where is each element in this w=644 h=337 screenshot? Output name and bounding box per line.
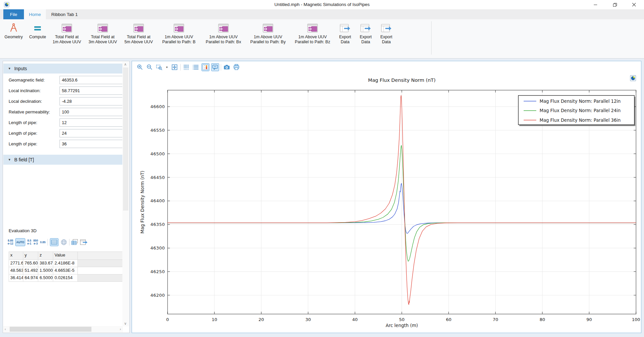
tab-file[interactable]: File bbox=[3, 9, 24, 19]
evaluation-3d-label: Evaluation 3D bbox=[9, 228, 37, 233]
field-row: Local inclination: bbox=[3, 85, 123, 96]
scroll-left-icon: ‹ bbox=[5, 327, 6, 331]
y-tick-label: 46550 bbox=[150, 128, 165, 133]
export-table-button[interactable] bbox=[80, 239, 88, 245]
eval-table-cell[interactable]: 51.492 bbox=[23, 267, 38, 274]
collapse-caret-icon: ▼ bbox=[8, 67, 11, 70]
precision-8.85e-12-button[interactable]: 8.85e-12 bbox=[8, 239, 13, 245]
export-data-icon bbox=[381, 22, 392, 34]
tab-home[interactable]: Home bbox=[24, 9, 46, 19]
precision-0.85-button[interactable]: 0.85 bbox=[40, 241, 46, 244]
horizontal-scrollbar[interactable]: ‹ › bbox=[3, 326, 123, 332]
eval-table-header-cell: y bbox=[23, 252, 38, 260]
ribbon: Geometry Compute Total Field at 1m Above… bbox=[0, 19, 644, 59]
geomagnetic-field-input[interactable] bbox=[60, 76, 125, 84]
collapse-caret-icon: ▼ bbox=[8, 158, 11, 161]
field-row: Length of pipe: bbox=[3, 128, 123, 138]
eval-table-cell[interactable]: 48.563 bbox=[9, 267, 23, 274]
copy-table-button[interactable] bbox=[71, 239, 78, 245]
table-view-button[interactable] bbox=[50, 238, 59, 246]
table-row[interactable]: 2771.6765.60383.672.4186E-8 bbox=[9, 260, 124, 267]
x-axis-label: Arc length (m) bbox=[386, 323, 418, 328]
ribbon-button-compute[interactable]: Compute bbox=[28, 21, 47, 40]
maximize-button[interactable] bbox=[609, 1, 620, 9]
field-row: Length of pipe: bbox=[3, 138, 123, 149]
local-inclination-input[interactable] bbox=[60, 86, 125, 95]
eval-table-header-cell: x bbox=[9, 252, 23, 260]
eval-table-cell[interactable]: 765.60 bbox=[23, 260, 38, 267]
sphere-view-button[interactable] bbox=[61, 239, 67, 246]
ribbon-button-export-data-2[interactable]: Export Data bbox=[357, 21, 374, 45]
eval-table-header-cell: z bbox=[38, 252, 53, 260]
bfield-section-title: B field [T] bbox=[14, 157, 34, 162]
precision-8.5e-1-button[interactable]: 8.5e-1 bbox=[27, 239, 31, 245]
y-axis-label: Mag Flux Density Norm (nT) bbox=[140, 171, 145, 234]
eval-table-cell[interactable]: 2.4186E-8 bbox=[53, 260, 78, 267]
export-table-icon bbox=[80, 239, 88, 245]
precision-850e-3-button[interactable]: 850e-3 bbox=[33, 239, 38, 245]
sphere-icon bbox=[61, 239, 67, 246]
field-row: Geomagnetic field: bbox=[3, 75, 123, 85]
y-tick-label: 46400 bbox=[150, 198, 165, 203]
close-icon bbox=[632, 3, 636, 7]
bfield-section-header[interactable]: ▼ B field [T] bbox=[3, 155, 123, 165]
ribbon-button-geometry[interactable]: Geometry bbox=[3, 21, 25, 40]
eval-table-cell[interactable]: 383.67 bbox=[38, 260, 53, 267]
eval-table-cell[interactable]: 6.5000 bbox=[38, 274, 53, 282]
restore-icon bbox=[613, 3, 617, 7]
x-tick-label: 70 bbox=[493, 317, 498, 322]
table-row[interactable]: 36.41464.9746.50000.026154 bbox=[9, 274, 124, 282]
eval-table-cell[interactable]: 1.5000 bbox=[38, 267, 53, 274]
x-tick-label: 80 bbox=[540, 317, 545, 322]
eval-table-cell[interactable]: 4.6653E-5 bbox=[53, 267, 78, 274]
ribbon-button-total-field-1m[interactable]: Total Field at 1m Above UUV bbox=[51, 21, 83, 45]
compute-equals-icon bbox=[32, 22, 43, 34]
horizontal-scroll-thumb[interactable] bbox=[10, 327, 91, 332]
eval-table-cell[interactable]: 0.026154 bbox=[53, 274, 78, 282]
ribbon-button-export-data-3[interactable]: Export Data bbox=[378, 21, 395, 45]
pipe-length-2-label: Length of pipe: bbox=[9, 131, 37, 136]
results-chart[interactable]: 0102030405060708090100462004625046300463… bbox=[133, 62, 641, 333]
ribbon-button-export-data-1[interactable]: Export Data bbox=[336, 21, 354, 45]
ribbon-button-total-field-5m[interactable]: Total Field at 5m Above UUV bbox=[122, 21, 155, 45]
y-tick-label: 46600 bbox=[150, 104, 165, 109]
vertical-scroll-thumb[interactable] bbox=[123, 68, 128, 211]
y-tick-label: 46350 bbox=[150, 222, 165, 227]
eval-table-cell[interactable]: 36.414 bbox=[9, 274, 23, 282]
pipe-length-2-input[interactable] bbox=[60, 129, 125, 137]
tab-home-label: Home bbox=[29, 12, 41, 17]
pipe-length-1-input[interactable] bbox=[60, 118, 125, 127]
x-tick-label: 60 bbox=[446, 317, 451, 322]
tab-ribbon-1[interactable]: Ribbon Tab 1 bbox=[46, 9, 83, 19]
plot-window-icon bbox=[218, 22, 229, 34]
inputs-section-header[interactable]: ▼ Inputs bbox=[3, 64, 123, 74]
ribbon-button-parallel-bz[interactable]: 1m Above UUV Parallel to Path: Bz bbox=[292, 21, 333, 45]
legend-entry: Mag Flux Density Norm: Parallel 12in bbox=[540, 99, 621, 104]
local-declination-input[interactable] bbox=[60, 97, 125, 105]
table-row[interactable]: 48.56351.4921.50004.6653E-5 bbox=[9, 267, 124, 274]
plot-window-icon bbox=[174, 22, 184, 34]
plot-window-icon bbox=[62, 22, 72, 34]
eval-table-filler-cell bbox=[78, 274, 124, 282]
auto-precision-button[interactable]: AUTO bbox=[15, 238, 25, 246]
relative-permeability-input[interactable] bbox=[60, 108, 125, 116]
plot-window-icon bbox=[263, 22, 273, 34]
minimize-icon bbox=[593, 3, 597, 7]
geomagnetic-field-label: Geomagnetic field: bbox=[9, 78, 45, 83]
table-icon bbox=[51, 240, 57, 245]
y-tick-label: 46250 bbox=[150, 269, 165, 274]
ribbon-button-total-field-3m[interactable]: Total Field at 3m Above UUV bbox=[86, 21, 119, 45]
eval-table-cell[interactable]: 64.974 bbox=[23, 274, 38, 282]
ribbon-button-parallel-by[interactable]: 1m Above UUV Parallel to Path: By bbox=[247, 21, 289, 45]
eval-table-cell[interactable]: 2771.6 bbox=[9, 260, 23, 267]
eval-table-header-cell: Value bbox=[53, 252, 78, 260]
minimize-button[interactable] bbox=[590, 1, 601, 9]
close-button[interactable] bbox=[628, 1, 640, 9]
graphics-panel: ▼ bbox=[132, 61, 641, 333]
vertical-scrollbar[interactable]: ∧ ∨ bbox=[122, 62, 129, 326]
tab-file-label: File bbox=[10, 12, 17, 17]
evaluation-toolbar: 8.85e-12 AUTO 8.5e-1 850e-3 0.85 bbox=[8, 238, 88, 247]
ribbon-button-parallel-b[interactable]: 1m Above UUV Parallel to Path: B bbox=[158, 21, 199, 45]
pipe-length-3-input[interactable] bbox=[60, 140, 125, 148]
ribbon-button-parallel-bx[interactable]: 1m Above UUV Parallel to Path: Bx bbox=[203, 21, 244, 45]
